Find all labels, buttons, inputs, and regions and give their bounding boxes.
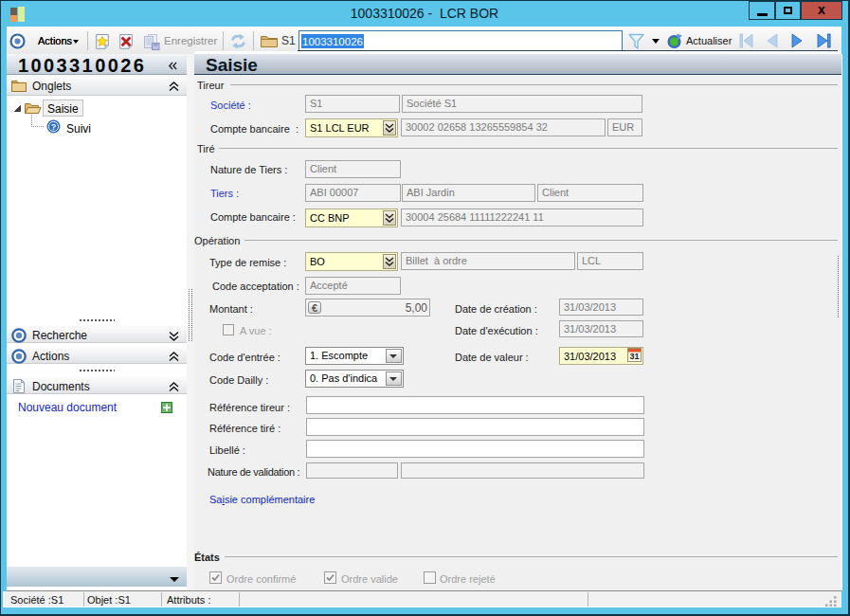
svg-text:31: 31	[629, 352, 639, 361]
svg-text:?: ?	[51, 122, 57, 132]
